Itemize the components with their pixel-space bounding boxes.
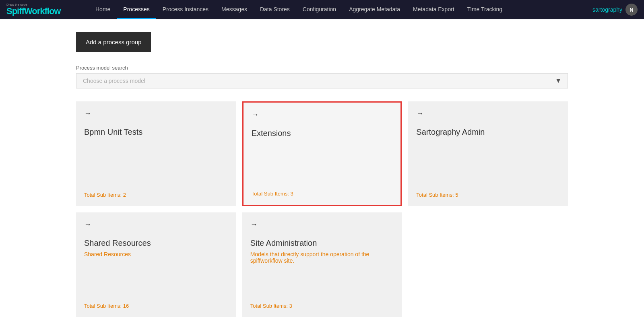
arrow-icon: → [252,111,393,119]
nav-link-metadata-export[interactable]: Metadata Export [407,0,461,19]
card-title: Bpmn Unit Tests [84,128,228,137]
card-description: Models that directly support the operati… [250,251,394,300]
process-model-search[interactable]: Choose a process model [76,73,568,88]
user-menu[interactable]: sartography N [592,4,638,16]
card-title: Site Administration [250,239,394,248]
main-content: Add a process group Process model search… [0,19,644,319]
arrow-icon: → [416,109,560,118]
search-label: Process model search [76,65,568,71]
card-footer: Total Sub Items: 2 [84,192,228,198]
nav-link-home[interactable]: Home [89,0,117,19]
navigation: Draw the code SpiffWorkflow HomeProcesse… [0,0,644,19]
card-description: Shared Resources [84,251,228,300]
nav-link-process-instances[interactable]: Process Instances [156,0,215,19]
search-container: Choose a process model ▼ [76,73,568,88]
arrow-icon: → [84,220,228,229]
card-footer: Total Sub Items: 5 [416,192,560,198]
logo[interactable]: Draw the code SpiffWorkflow [6,3,71,16]
card-site-administration[interactable]: →Site AdministrationModels that directly… [242,212,402,317]
nav-link-data-stores[interactable]: Data Stores [254,0,296,19]
nav-divider [84,4,84,16]
card-title: Sartography Admin [416,128,560,137]
card-shared-resources[interactable]: →Shared ResourcesShared ResourcesTotal S… [76,212,236,317]
nav-link-configuration[interactable]: Configuration [296,0,343,19]
card-extensions[interactable]: →ExtensionsTotal Sub Items: 3 [242,101,402,206]
card-footer: Total Sub Items: 3 [252,191,393,197]
card-title: Shared Resources [84,239,228,248]
username-label: sartography [592,6,622,13]
nav-link-aggregate-metadata[interactable]: Aggregate Metadata [343,0,407,19]
logo-name: SpiffWorkflow [6,6,60,16]
add-process-group-button[interactable]: Add a process group [76,32,151,52]
card-sartography-admin[interactable]: →Sartography AdminTotal Sub Items: 5 [408,101,568,206]
card-bpmn-unit-tests[interactable]: →Bpmn Unit TestsTotal Sub Items: 2 [76,101,236,206]
nav-link-processes[interactable]: Processes [117,0,156,19]
avatar: N [625,4,638,16]
arrow-icon: → [250,220,394,229]
card-footer: Total Sub Items: 16 [84,303,228,309]
card-footer: Total Sub Items: 3 [250,303,394,309]
nav-link-messages[interactable]: Messages [215,0,254,19]
card-title: Extensions [252,129,393,138]
nav-links: HomeProcessesProcess InstancesMessagesDa… [89,0,592,19]
nav-link-time-tracking[interactable]: Time Tracking [461,0,509,19]
cards-grid: →Bpmn Unit TestsTotal Sub Items: 2→Exten… [76,101,568,317]
arrow-icon: → [84,109,228,118]
